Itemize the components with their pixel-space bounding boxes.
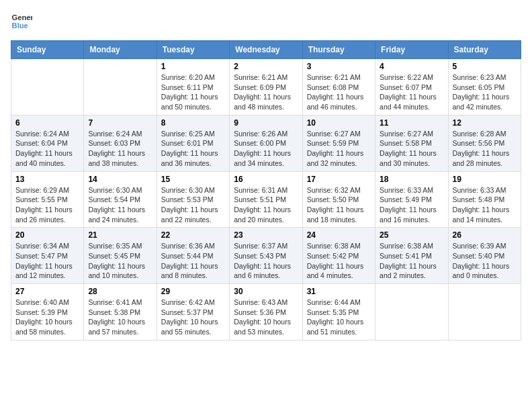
day-info: Sunset: 6:01 PM bbox=[161, 138, 225, 148]
day-info: Sunset: 6:00 PM bbox=[234, 138, 298, 148]
day-info: Sunset: 5:56 PM bbox=[453, 138, 517, 148]
day-number: 26 bbox=[453, 230, 517, 240]
day-number: 16 bbox=[234, 175, 298, 184]
calendar-cell: 1Sunrise: 6:20 AMSunset: 6:11 PMDaylight… bbox=[157, 59, 229, 116]
calendar-cell: 20Sunrise: 6:34 AMSunset: 5:47 PMDayligh… bbox=[11, 228, 84, 284]
day-info: Sunrise: 6:38 AM bbox=[307, 241, 371, 251]
svg-text:General: General bbox=[12, 13, 32, 21]
day-info: Sunset: 5:51 PM bbox=[234, 195, 298, 205]
day-info: Daylight: 11 hours and 22 minutes. bbox=[161, 205, 225, 224]
day-info: Daylight: 11 hours and 8 minutes. bbox=[161, 261, 225, 281]
day-info: Daylight: 11 hours and 38 minutes. bbox=[88, 148, 152, 168]
day-info: Sunrise: 6:30 AM bbox=[161, 185, 225, 195]
day-number: 15 bbox=[161, 175, 225, 184]
calendar-week-row: 1Sunrise: 6:20 AMSunset: 6:11 PMDaylight… bbox=[11, 59, 521, 116]
col-thursday: Thursday bbox=[302, 41, 375, 59]
day-info: Daylight: 11 hours and 44 minutes. bbox=[380, 92, 443, 111]
day-number: 5 bbox=[453, 62, 517, 71]
day-info: Sunset: 5:38 PM bbox=[88, 308, 152, 318]
calendar-cell: 16Sunrise: 6:31 AMSunset: 5:51 PMDayligh… bbox=[230, 171, 302, 228]
col-tuesday: Tuesday bbox=[157, 41, 229, 59]
day-info: Sunset: 6:07 PM bbox=[380, 83, 443, 93]
day-info: Sunrise: 6:31 AM bbox=[234, 185, 298, 195]
day-number: 20 bbox=[15, 230, 79, 240]
calendar-cell: 14Sunrise: 6:30 AMSunset: 5:54 PMDayligh… bbox=[84, 171, 157, 228]
day-info: Sunrise: 6:42 AM bbox=[161, 298, 225, 308]
day-number: 2 bbox=[234, 62, 298, 71]
day-info: Sunrise: 6:43 AM bbox=[234, 298, 298, 308]
calendar-cell: 26Sunrise: 6:39 AMSunset: 5:40 PMDayligh… bbox=[448, 228, 521, 284]
day-number: 3 bbox=[307, 62, 371, 71]
day-info: Sunset: 5:49 PM bbox=[380, 195, 443, 205]
calendar-body: 1Sunrise: 6:20 AMSunset: 6:11 PMDaylight… bbox=[11, 59, 521, 340]
day-number: 19 bbox=[453, 175, 517, 184]
calendar-cell: 17Sunrise: 6:32 AMSunset: 5:50 PMDayligh… bbox=[302, 171, 375, 228]
day-info: Daylight: 11 hours and 50 minutes. bbox=[161, 92, 225, 111]
calendar-cell bbox=[448, 284, 521, 340]
calendar-cell: 5Sunrise: 6:23 AMSunset: 6:05 PMDaylight… bbox=[448, 59, 521, 116]
day-info: Sunrise: 6:27 AM bbox=[307, 129, 371, 139]
calendar-cell: 22Sunrise: 6:36 AMSunset: 5:44 PMDayligh… bbox=[157, 228, 229, 284]
day-info: Sunset: 5:35 PM bbox=[307, 308, 371, 318]
day-info: Sunrise: 6:25 AM bbox=[161, 129, 225, 139]
day-info: Sunset: 6:09 PM bbox=[234, 83, 298, 93]
day-info: Sunrise: 6:33 AM bbox=[453, 185, 517, 195]
day-info: Sunrise: 6:29 AM bbox=[15, 185, 79, 195]
day-number: 28 bbox=[88, 287, 152, 296]
day-info: Sunrise: 6:24 AM bbox=[88, 129, 152, 139]
day-number: 29 bbox=[161, 287, 225, 296]
day-info: Sunrise: 6:21 AM bbox=[234, 73, 298, 83]
calendar-cell: 6Sunrise: 6:24 AMSunset: 6:04 PMDaylight… bbox=[11, 115, 84, 171]
day-info: Daylight: 10 hours and 55 minutes. bbox=[161, 317, 225, 336]
day-number: 22 bbox=[161, 230, 225, 240]
calendar-cell: 24Sunrise: 6:38 AMSunset: 5:42 PMDayligh… bbox=[302, 228, 375, 284]
day-info: Daylight: 11 hours and 14 minutes. bbox=[453, 205, 517, 224]
col-saturday: Saturday bbox=[448, 41, 521, 59]
day-info: Sunset: 5:48 PM bbox=[453, 195, 517, 205]
day-info: Daylight: 11 hours and 0 minutes. bbox=[453, 261, 517, 281]
calendar-table: Sunday Monday Tuesday Wednesday Thursday… bbox=[11, 40, 521, 340]
col-wednesday: Wednesday bbox=[230, 41, 302, 59]
svg-text:Blue: Blue bbox=[12, 21, 28, 30]
day-number: 17 bbox=[307, 175, 371, 184]
calendar-week-row: 6Sunrise: 6:24 AMSunset: 6:04 PMDaylight… bbox=[11, 115, 521, 171]
day-number: 11 bbox=[380, 118, 443, 128]
day-info: Sunrise: 6:22 AM bbox=[380, 73, 443, 83]
day-info: Sunset: 5:36 PM bbox=[234, 308, 298, 318]
calendar-cell: 28Sunrise: 6:41 AMSunset: 5:38 PMDayligh… bbox=[84, 284, 157, 340]
calendar-cell: 12Sunrise: 6:28 AMSunset: 5:56 PMDayligh… bbox=[448, 115, 521, 171]
day-info: Daylight: 11 hours and 6 minutes. bbox=[234, 261, 298, 281]
calendar-cell: 10Sunrise: 6:27 AMSunset: 5:59 PMDayligh… bbox=[302, 115, 375, 171]
calendar-cell: 3Sunrise: 6:21 AMSunset: 6:08 PMDaylight… bbox=[302, 59, 375, 116]
calendar-cell: 15Sunrise: 6:30 AMSunset: 5:53 PMDayligh… bbox=[157, 171, 229, 228]
day-info: Daylight: 11 hours and 28 minutes. bbox=[453, 148, 517, 168]
day-info: Sunrise: 6:23 AM bbox=[453, 73, 517, 83]
day-info: Sunrise: 6:20 AM bbox=[161, 73, 225, 83]
calendar-cell: 25Sunrise: 6:38 AMSunset: 5:41 PMDayligh… bbox=[375, 228, 448, 284]
day-info: Sunset: 5:47 PM bbox=[15, 251, 79, 261]
day-info: Sunrise: 6:21 AM bbox=[307, 73, 371, 83]
day-number: 25 bbox=[380, 230, 443, 240]
calendar-cell bbox=[84, 59, 157, 116]
day-info: Sunset: 5:53 PM bbox=[161, 195, 225, 205]
calendar-week-row: 27Sunrise: 6:40 AMSunset: 5:39 PMDayligh… bbox=[11, 284, 521, 340]
day-info: Sunset: 6:04 PM bbox=[15, 138, 79, 148]
day-info: Daylight: 11 hours and 36 minutes. bbox=[161, 148, 225, 168]
day-info: Daylight: 11 hours and 18 minutes. bbox=[307, 205, 371, 224]
day-info: Sunrise: 6:37 AM bbox=[234, 241, 298, 251]
day-info: Sunset: 5:59 PM bbox=[307, 138, 371, 148]
calendar-cell: 23Sunrise: 6:37 AMSunset: 5:43 PMDayligh… bbox=[230, 228, 302, 284]
calendar-cell: 21Sunrise: 6:35 AMSunset: 5:45 PMDayligh… bbox=[84, 228, 157, 284]
day-number: 10 bbox=[307, 118, 371, 128]
day-info: Sunrise: 6:39 AM bbox=[453, 241, 517, 251]
day-info: Sunset: 5:43 PM bbox=[234, 251, 298, 261]
day-number: 6 bbox=[15, 118, 79, 128]
day-info: Sunrise: 6:40 AM bbox=[15, 298, 79, 308]
day-info: Daylight: 11 hours and 26 minutes. bbox=[15, 205, 79, 224]
day-info: Daylight: 10 hours and 58 minutes. bbox=[15, 317, 79, 336]
col-sunday: Sunday bbox=[11, 41, 84, 59]
day-info: Sunset: 5:54 PM bbox=[88, 195, 152, 205]
day-info: Daylight: 10 hours and 57 minutes. bbox=[88, 317, 152, 336]
day-info: Sunset: 5:58 PM bbox=[380, 138, 443, 148]
day-info: Sunset: 6:05 PM bbox=[453, 83, 517, 93]
